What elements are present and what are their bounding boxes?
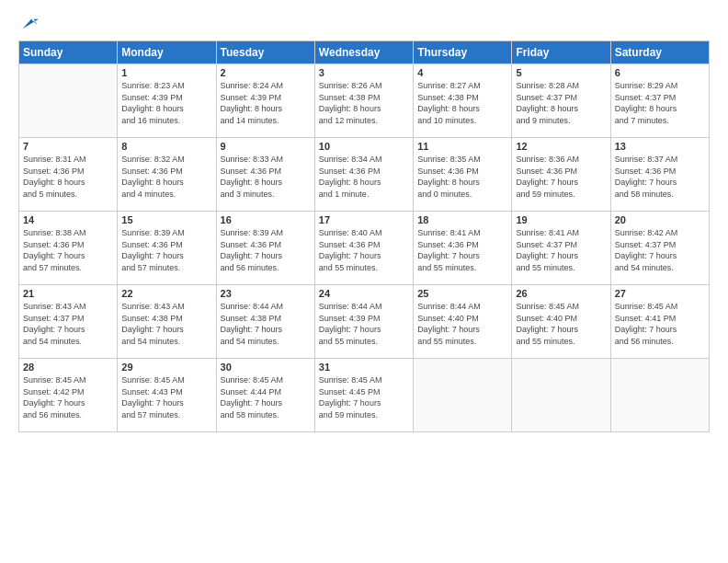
day-number: 25 [417, 288, 507, 299]
day-info: Sunrise: 8:23 AMSunset: 4:39 PMDaylight:… [121, 80, 211, 126]
day-info: Sunrise: 8:26 AMSunset: 4:38 PMDaylight:… [319, 80, 409, 126]
week-row-4: 21Sunrise: 8:43 AMSunset: 4:37 PMDayligh… [19, 285, 710, 359]
day-number: 19 [516, 214, 606, 225]
day-info: Sunrise: 8:42 AMSunset: 4:37 PMDaylight:… [615, 227, 705, 273]
day-cell: 31Sunrise: 8:45 AMSunset: 4:45 PMDayligh… [314, 359, 413, 432]
day-cell: 7Sunrise: 8:31 AMSunset: 4:36 PMDaylight… [19, 138, 118, 212]
logo-icon [20, 15, 39, 33]
day-cell: 8Sunrise: 8:32 AMSunset: 4:36 PMDaylight… [118, 138, 216, 212]
col-header-saturday: Saturday [610, 41, 709, 64]
day-info: Sunrise: 8:44 AMSunset: 4:40 PMDaylight:… [417, 301, 507, 347]
week-row-5: 28Sunrise: 8:45 AMSunset: 4:42 PMDayligh… [19, 359, 710, 432]
col-header-wednesday: Wednesday [314, 41, 413, 64]
day-cell: 12Sunrise: 8:36 AMSunset: 4:36 PMDayligh… [512, 138, 610, 212]
day-number: 1 [121, 67, 211, 78]
day-number: 27 [615, 288, 705, 299]
day-cell: 16Sunrise: 8:39 AMSunset: 4:36 PMDayligh… [216, 212, 314, 285]
day-cell [512, 359, 610, 432]
day-cell: 2Sunrise: 8:24 AMSunset: 4:39 PMDaylight… [216, 64, 314, 138]
day-number: 28 [23, 362, 113, 373]
day-number: 31 [319, 362, 409, 373]
day-cell: 25Sunrise: 8:44 AMSunset: 4:40 PMDayligh… [414, 285, 512, 359]
day-number: 17 [319, 214, 409, 225]
day-number: 10 [319, 141, 409, 152]
day-number: 8 [121, 141, 211, 152]
day-cell: 23Sunrise: 8:44 AMSunset: 4:38 PMDayligh… [216, 285, 314, 359]
day-info: Sunrise: 8:44 AMSunset: 4:39 PMDaylight:… [319, 301, 409, 347]
day-info: Sunrise: 8:43 AMSunset: 4:38 PMDaylight:… [121, 301, 211, 347]
day-info: Sunrise: 8:41 AMSunset: 4:36 PMDaylight:… [417, 227, 507, 273]
day-info: Sunrise: 8:36 AMSunset: 4:36 PMDaylight:… [516, 154, 606, 200]
day-number: 29 [121, 362, 211, 373]
col-header-thursday: Thursday [414, 41, 512, 64]
day-cell [610, 359, 709, 432]
day-number: 3 [319, 67, 409, 78]
day-cell: 9Sunrise: 8:33 AMSunset: 4:36 PMDaylight… [216, 138, 314, 212]
day-number: 30 [221, 362, 311, 373]
day-info: Sunrise: 8:32 AMSunset: 4:36 PMDaylight:… [121, 154, 211, 200]
day-cell: 11Sunrise: 8:35 AMSunset: 4:36 PMDayligh… [414, 138, 512, 212]
day-info: Sunrise: 8:45 AMSunset: 4:41 PMDaylight:… [615, 301, 705, 347]
day-info: Sunrise: 8:45 AMSunset: 4:45 PMDaylight:… [319, 374, 409, 420]
day-number: 14 [23, 214, 113, 225]
day-cell: 13Sunrise: 8:37 AMSunset: 4:36 PMDayligh… [610, 138, 709, 212]
day-cell: 26Sunrise: 8:45 AMSunset: 4:40 PMDayligh… [512, 285, 610, 359]
day-cell: 15Sunrise: 8:39 AMSunset: 4:36 PMDayligh… [118, 212, 216, 285]
day-cell: 22Sunrise: 8:43 AMSunset: 4:38 PMDayligh… [118, 285, 216, 359]
day-number: 16 [221, 214, 311, 225]
day-number: 15 [121, 214, 211, 225]
day-cell: 10Sunrise: 8:34 AMSunset: 4:36 PMDayligh… [314, 138, 413, 212]
day-number: 18 [417, 214, 507, 225]
col-header-monday: Monday [118, 41, 216, 64]
day-number: 22 [121, 288, 211, 299]
day-cell: 24Sunrise: 8:44 AMSunset: 4:39 PMDayligh… [314, 285, 413, 359]
day-info: Sunrise: 8:38 AMSunset: 4:36 PMDaylight:… [23, 227, 113, 273]
day-info: Sunrise: 8:34 AMSunset: 4:36 PMDaylight:… [319, 154, 409, 200]
day-info: Sunrise: 8:31 AMSunset: 4:36 PMDaylight:… [23, 154, 113, 200]
day-cell: 30Sunrise: 8:45 AMSunset: 4:44 PMDayligh… [216, 359, 314, 432]
day-number: 5 [516, 67, 606, 78]
day-cell [414, 359, 512, 432]
day-info: Sunrise: 8:40 AMSunset: 4:36 PMDaylight:… [319, 227, 409, 273]
week-row-2: 7Sunrise: 8:31 AMSunset: 4:36 PMDaylight… [19, 138, 710, 212]
day-cell: 3Sunrise: 8:26 AMSunset: 4:38 PMDaylight… [314, 64, 413, 138]
day-number: 20 [615, 214, 705, 225]
day-number: 4 [417, 67, 507, 78]
day-cell: 28Sunrise: 8:45 AMSunset: 4:42 PMDayligh… [19, 359, 118, 432]
day-cell: 14Sunrise: 8:38 AMSunset: 4:36 PMDayligh… [19, 212, 118, 285]
day-cell: 29Sunrise: 8:45 AMSunset: 4:43 PMDayligh… [118, 359, 216, 432]
day-cell: 27Sunrise: 8:45 AMSunset: 4:41 PMDayligh… [610, 285, 709, 359]
day-header-row: SundayMondayTuesdayWednesdayThursdayFrid… [19, 41, 710, 64]
day-number: 6 [615, 67, 705, 78]
day-cell: 20Sunrise: 8:42 AMSunset: 4:37 PMDayligh… [610, 212, 709, 285]
day-cell: 21Sunrise: 8:43 AMSunset: 4:37 PMDayligh… [19, 285, 118, 359]
day-cell [19, 64, 118, 138]
week-row-3: 14Sunrise: 8:38 AMSunset: 4:36 PMDayligh… [19, 212, 710, 285]
day-info: Sunrise: 8:37 AMSunset: 4:36 PMDaylight:… [615, 154, 705, 200]
day-number: 26 [516, 288, 606, 299]
day-cell: 18Sunrise: 8:41 AMSunset: 4:36 PMDayligh… [414, 212, 512, 285]
logo [18, 15, 39, 33]
day-cell: 6Sunrise: 8:29 AMSunset: 4:37 PMDaylight… [610, 64, 709, 138]
day-info: Sunrise: 8:29 AMSunset: 4:37 PMDaylight:… [615, 80, 705, 126]
day-info: Sunrise: 8:41 AMSunset: 4:37 PMDaylight:… [516, 227, 606, 273]
day-number: 2 [221, 67, 311, 78]
day-info: Sunrise: 8:39 AMSunset: 4:36 PMDaylight:… [221, 227, 311, 273]
day-number: 24 [319, 288, 409, 299]
day-cell: 17Sunrise: 8:40 AMSunset: 4:36 PMDayligh… [314, 212, 413, 285]
day-info: Sunrise: 8:45 AMSunset: 4:44 PMDaylight:… [221, 374, 311, 420]
calendar-table: SundayMondayTuesdayWednesdayThursdayFrid… [18, 40, 710, 432]
day-number: 7 [23, 141, 113, 152]
day-info: Sunrise: 8:27 AMSunset: 4:38 PMDaylight:… [417, 80, 507, 126]
day-info: Sunrise: 8:24 AMSunset: 4:39 PMDaylight:… [221, 80, 311, 126]
day-cell: 1Sunrise: 8:23 AMSunset: 4:39 PMDaylight… [118, 64, 216, 138]
day-cell: 5Sunrise: 8:28 AMSunset: 4:37 PMDaylight… [512, 64, 610, 138]
day-cell: 19Sunrise: 8:41 AMSunset: 4:37 PMDayligh… [512, 212, 610, 285]
day-info: Sunrise: 8:33 AMSunset: 4:36 PMDaylight:… [221, 154, 311, 200]
header [18, 15, 710, 33]
day-number: 13 [615, 141, 705, 152]
day-info: Sunrise: 8:45 AMSunset: 4:40 PMDaylight:… [516, 301, 606, 347]
col-header-sunday: Sunday [19, 41, 118, 64]
day-info: Sunrise: 8:45 AMSunset: 4:43 PMDaylight:… [121, 374, 211, 420]
day-cell: 4Sunrise: 8:27 AMSunset: 4:38 PMDaylight… [414, 64, 512, 138]
